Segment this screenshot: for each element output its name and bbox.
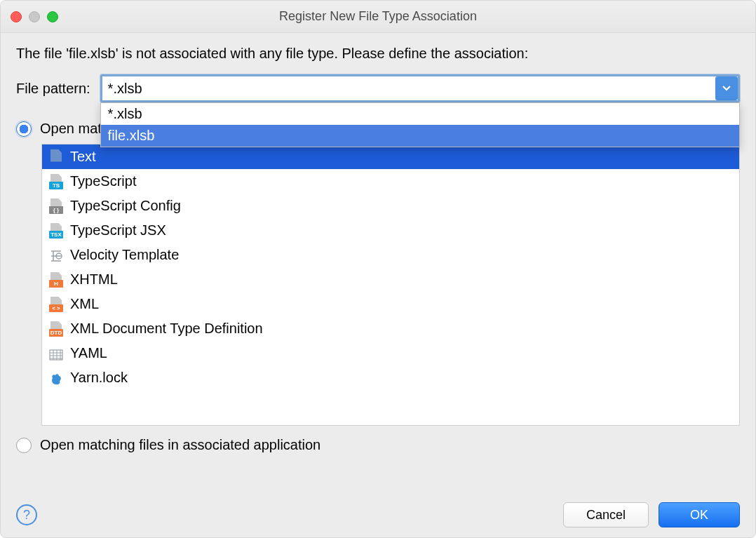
yaml-file-icon <box>49 346 63 361</box>
filetype-item-yaml[interactable]: YAML <box>42 341 739 365</box>
file-pattern-combo: *.xlsb file.xlsb <box>100 74 740 102</box>
dtd-file-icon: DTD <box>49 321 63 337</box>
filetype-item-label: XML <box>70 296 99 312</box>
filetype-item-dtd[interactable]: DTD XML Document Type Definition <box>42 316 739 341</box>
velocity-file-icon <box>49 248 63 263</box>
xml-file-icon: < > <box>49 297 63 312</box>
file-pattern-dropdown-list: *.xlsb file.xlsb <box>100 102 740 147</box>
filetype-item-label: TypeScript <box>70 173 136 189</box>
open-in-associated-app-label: Open matching files in associated applic… <box>40 437 320 453</box>
tsconfig-file-icon: { } <box>49 199 63 214</box>
filetype-item-label: TypeScript Config <box>70 198 181 214</box>
file-pattern-label: File pattern: <box>16 81 90 97</box>
ok-button[interactable]: OK <box>659 502 740 527</box>
file-pattern-row: File pattern: *.xlsb file.xlsb <box>16 74 740 102</box>
filetype-item-typescript[interactable]: TS TypeScript <box>42 169 739 194</box>
minimize-window-button[interactable] <box>29 11 40 22</box>
text-file-icon <box>49 149 63 165</box>
filetype-item-yarn[interactable]: Yarn.lock <box>42 365 739 390</box>
maximize-window-button[interactable] <box>47 11 58 22</box>
cancel-button[interactable]: Cancel <box>563 502 649 527</box>
instruction-text: The file 'file.xlsb' is not associated w… <box>16 46 740 62</box>
filetype-item-text[interactable]: Text <box>42 144 739 169</box>
filetype-item-tsx[interactable]: TSX TypeScript JSX <box>42 218 739 243</box>
dropdown-option[interactable]: *.xlsb <box>101 103 739 125</box>
file-pattern-dropdown-button[interactable] <box>715 76 738 100</box>
xhtml-file-icon: H <box>49 272 63 288</box>
traffic-lights <box>11 11 58 22</box>
close-window-button[interactable] <box>11 11 22 22</box>
help-button[interactable]: ? <box>16 504 37 525</box>
open-in-filetype-radio[interactable] <box>16 121 32 137</box>
chevron-down-icon <box>722 86 731 91</box>
radio-group: Open mat Text TS TypeScript { } TypeScri… <box>16 121 740 453</box>
open-in-filetype-label: Open mat <box>40 121 102 137</box>
filetype-item-label: XML Document Type Definition <box>70 321 263 337</box>
window-title: Register New File Type Association <box>279 9 477 24</box>
filetype-item-label: Velocity Template <box>70 247 179 263</box>
yarn-file-icon <box>49 370 63 386</box>
open-in-associated-app-radio-row: Open matching files in associated applic… <box>16 437 740 453</box>
dialog-content: The file 'file.xlsb' is not associated w… <box>1 33 755 537</box>
filetype-item-label: Text <box>70 149 96 165</box>
filetype-item-velocity[interactable]: Velocity Template <box>42 243 739 267</box>
filetype-item-label: Yarn.lock <box>70 370 128 386</box>
open-in-associated-app-radio[interactable] <box>16 438 32 453</box>
filetype-item-label: XHTML <box>70 271 118 288</box>
titlebar: Register New File Type Association <box>1 1 755 33</box>
filetype-item-tsconfig[interactable]: { } TypeScript Config <box>42 194 739 218</box>
dialog-window: Register New File Type Association The f… <box>0 0 756 538</box>
filetype-item-xhtml[interactable]: H XHTML <box>42 267 739 292</box>
filetype-item-label: TypeScript JSX <box>70 222 166 238</box>
file-pattern-input[interactable] <box>100 74 740 102</box>
dialog-footer: ? Cancel OK <box>16 502 740 527</box>
filetype-list[interactable]: Text TS TypeScript { } TypeScript Config… <box>41 144 740 426</box>
filetype-item-label: YAML <box>70 345 107 361</box>
dropdown-option[interactable]: file.xlsb <box>101 125 739 147</box>
typescript-file-icon: TS <box>49 174 63 189</box>
tsx-file-icon: TSX <box>49 223 63 238</box>
filetype-item-xml[interactable]: < > XML <box>42 292 739 316</box>
